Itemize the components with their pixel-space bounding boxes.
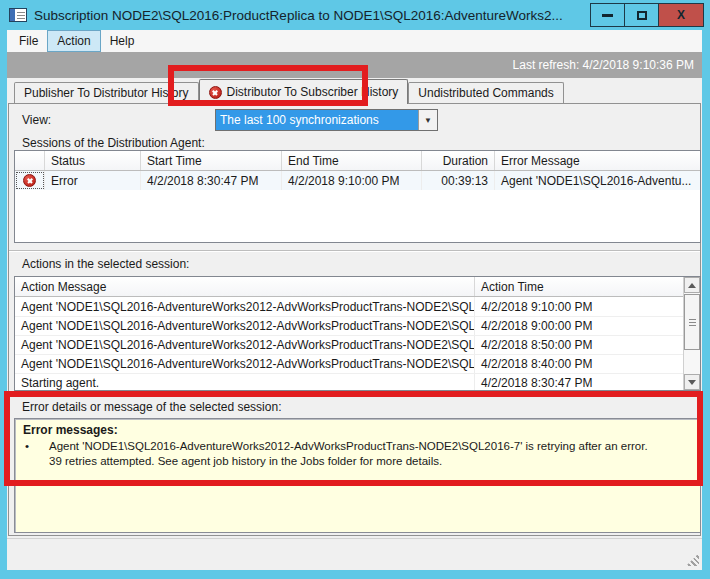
- error-message-text: Agent 'NODE1\SQL2016-AdventureWorks2012-…: [49, 439, 649, 469]
- column-header-status-icon[interactable]: [15, 151, 45, 170]
- error-icon: [23, 174, 36, 187]
- session-duration: 00:39:13: [422, 171, 495, 190]
- refresh-strip: Last refresh: 4/2/2018 9:10:36 PM: [7, 52, 702, 78]
- action-time: 4/2/2018 8:30:47 PM: [475, 374, 683, 391]
- action-message: Agent 'NODE1\SQL2016-AdventureWorks2012-…: [15, 317, 475, 335]
- session-error-message: Agent 'NODE1\SQL2016-Adventu...: [495, 171, 700, 190]
- minimize-icon: [602, 14, 613, 17]
- error-icon: [209, 86, 222, 99]
- session-end-time: 4/2/2018 9:10:00 PM: [282, 171, 422, 190]
- view-dropdown[interactable]: The last 100 synchronizations ▼: [215, 109, 438, 131]
- chevron-down-icon[interactable]: ▼: [418, 110, 437, 130]
- error-messages-heading: Error messages:: [23, 423, 692, 437]
- tab-label: Distributor To Subscriber History: [227, 85, 399, 99]
- maximize-button[interactable]: [624, 3, 659, 27]
- action-time: 4/2/2018 8:40:00 PM: [475, 355, 683, 373]
- tab-publisher-to-distributor[interactable]: Publisher To Distributor History: [14, 82, 199, 103]
- arrow-down-icon: [688, 380, 696, 385]
- maximize-icon: [637, 11, 647, 20]
- actions-table: Action Message Action Time Agent 'NODE1\…: [14, 276, 701, 391]
- action-time: 4/2/2018 9:10:00 PM: [475, 297, 683, 316]
- menu-bar: File Action Help: [7, 30, 702, 52]
- bullet-icon: •: [23, 439, 49, 469]
- view-label: View:: [22, 113, 215, 127]
- menu-help[interactable]: Help: [101, 30, 144, 52]
- action-row[interactable]: Agent 'NODE1\SQL2016-AdventureWorks2012-…: [15, 316, 683, 335]
- view-dropdown-value[interactable]: The last 100 synchronizations: [216, 110, 418, 130]
- action-row[interactable]: Agent 'NODE1\SQL2016-AdventureWorks2012-…: [15, 335, 683, 354]
- scrollbar-track[interactable]: [684, 350, 700, 374]
- session-status: Error: [45, 171, 141, 190]
- tab-distributor-to-subscriber[interactable]: Distributor To Subscriber History: [199, 79, 409, 104]
- actions-label: Actions in the selected session:: [22, 257, 189, 271]
- tab-undistributed-commands[interactable]: Undistributed Commands: [408, 82, 563, 103]
- menu-file[interactable]: File: [10, 30, 47, 52]
- close-button[interactable]: X: [658, 3, 704, 27]
- column-header-duration[interactable]: Duration: [422, 151, 495, 170]
- last-refresh-text: Last refresh: 4/2/2018 9:10:36 PM: [513, 58, 694, 72]
- error-messages-box: Error messages: • Agent 'NODE1\SQL2016-A…: [14, 418, 701, 533]
- sessions-label: Sessions of the Distribution Agent:: [22, 136, 205, 150]
- tab-strip: Publisher To Distributor History Distrib…: [7, 78, 702, 103]
- action-row[interactable]: Starting agent. 4/2/2018 8:30:47 PM: [15, 373, 683, 391]
- sessions-table: Status Start Time End Time Duration Erro…: [14, 150, 701, 243]
- minimize-button[interactable]: [590, 3, 625, 27]
- action-message: Agent 'NODE1\SQL2016-AdventureWorks2012-…: [15, 355, 475, 373]
- window-body: File Action Help Last refresh: 4/2/2018 …: [7, 30, 702, 570]
- column-header-error-message[interactable]: Error Message: [495, 151, 700, 170]
- actions-table-header: Action Message Action Time: [15, 277, 683, 297]
- app-window: Subscription NODE2\SQL2016:ProductReplic…: [0, 0, 710, 579]
- error-details-label: Error details or message of the selected…: [22, 400, 281, 414]
- status-bar: [7, 538, 702, 570]
- column-header-end-time[interactable]: End Time: [282, 151, 422, 170]
- scroll-up-button[interactable]: [684, 277, 700, 293]
- view-row: View: The last 100 synchronizations ▼: [22, 109, 687, 131]
- titlebar: Subscription NODE2\SQL2016:ProductReplic…: [0, 0, 710, 30]
- arrow-up-icon: [688, 283, 696, 288]
- divider: [9, 250, 700, 252]
- tab-label: Publisher To Distributor History: [24, 86, 189, 100]
- session-row[interactable]: Error 4/2/2018 8:30:47 PM 4/2/2018 9:10:…: [15, 171, 700, 190]
- scrollbar-thumb[interactable]: [684, 294, 700, 350]
- vertical-scrollbar[interactable]: [683, 277, 700, 390]
- window-title: Subscription NODE2\SQL2016:ProductReplic…: [34, 8, 591, 23]
- action-message: Agent 'NODE1\SQL2016-AdventureWorks2012-…: [15, 297, 475, 316]
- action-message: Agent 'NODE1\SQL2016-AdventureWorks2012-…: [15, 336, 475, 354]
- tab-page: View: The last 100 synchronizations ▼ Se…: [8, 103, 701, 536]
- action-time: 4/2/2018 8:50:00 PM: [475, 336, 683, 354]
- app-icon: [9, 8, 27, 22]
- session-start-time: 4/2/2018 8:30:47 PM: [141, 171, 282, 190]
- column-header-action-time[interactable]: Action Time: [475, 277, 683, 296]
- column-header-start-time[interactable]: Start Time: [141, 151, 282, 170]
- menu-action[interactable]: Action: [47, 30, 100, 52]
- action-time: 4/2/2018 9:00:00 PM: [475, 317, 683, 335]
- action-message: Starting agent.: [15, 374, 475, 391]
- tab-label: Undistributed Commands: [418, 86, 553, 100]
- sessions-table-header: Status Start Time End Time Duration Erro…: [15, 151, 700, 171]
- scroll-down-button[interactable]: [684, 374, 700, 390]
- column-header-status[interactable]: Status: [45, 151, 141, 170]
- column-header-action-message[interactable]: Action Message: [15, 277, 475, 296]
- client-area: Publisher To Distributor History Distrib…: [7, 78, 702, 538]
- resize-grip[interactable]: [686, 553, 699, 566]
- action-row[interactable]: Agent 'NODE1\SQL2016-AdventureWorks2012-…: [15, 354, 683, 373]
- action-row[interactable]: Agent 'NODE1\SQL2016-AdventureWorks2012-…: [15, 297, 683, 316]
